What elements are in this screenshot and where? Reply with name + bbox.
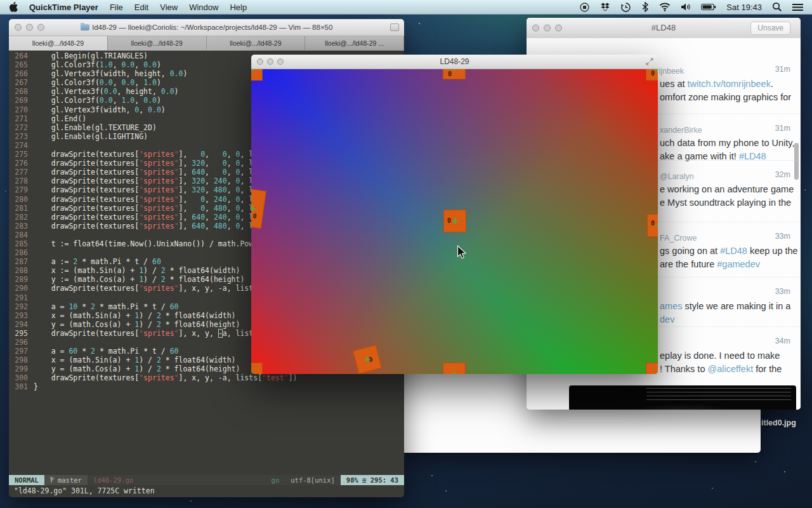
sprite-label: 0 (651, 220, 655, 227)
active-app-name[interactable]: QuickTime Player (29, 3, 98, 12)
line-number: 268 (14, 87, 28, 96)
sprite-label: 0 (252, 213, 257, 220)
bluetooth-icon[interactable] (641, 2, 649, 12)
line-number: 301 (14, 382, 28, 391)
time-machine-icon[interactable] (620, 2, 631, 13)
game-canvas[interactable]: 0000000000 (251, 69, 658, 374)
close-button[interactable] (257, 58, 263, 65)
terminal-tab[interactable]: lloeki@.../ld48-29 (108, 36, 207, 50)
terminal-tab[interactable]: lloeki@.../ld48-29 (207, 36, 306, 50)
close-button[interactable] (532, 25, 539, 32)
sprite-center-cross-icon (656, 223, 658, 229)
spotlight-icon[interactable] (772, 2, 782, 12)
line-number: 282 (14, 213, 28, 222)
apple-menu[interactable] (9, 2, 18, 12)
code-text: x = (math.Sin(a) + 1) / 2 * float64(widt… (34, 311, 236, 320)
tweet-text-segment: e working on an adventure game (660, 184, 794, 194)
tab-overview-icon[interactable] (390, 23, 399, 31)
twitter-window-controls (532, 25, 566, 32)
tweet-media-image[interactable] (569, 385, 796, 410)
close-button[interactable] (15, 24, 22, 31)
tweet-text: gs going on at #LD48 keep up the (660, 246, 798, 256)
line-number: 297 (14, 347, 28, 356)
media-smoke (626, 403, 740, 410)
terminal-tab[interactable]: lloeki@.../ld48-29 ... (305, 36, 404, 50)
menu-item-view[interactable]: View (160, 3, 178, 12)
code-text: gl.Vertex3f(0.0, height, 0.0) (34, 87, 179, 96)
menu-bar-status-area: Sat 19:43 (574, 2, 812, 13)
code-text: drawSprite(textures["sprites"], 0, 240, … (34, 195, 258, 204)
tweet-handle: xanderBirke (660, 126, 702, 135)
game-sprite: 0 (646, 363, 658, 374)
code-text: drawSprite(textures["sprites"], 0, 0, 0,… (34, 150, 258, 159)
dropbox-icon[interactable] (600, 2, 610, 12)
tweet-link[interactable]: #LD48 (720, 246, 747, 256)
battery-icon[interactable] (701, 3, 716, 11)
zoom-button[interactable] (37, 24, 44, 31)
vim-git-branch: master (44, 475, 88, 485)
terminal-titlebar[interactable]: ld48-29 — lloeki@Coriolis: ~/Workspace/p… (9, 19, 404, 36)
tweet-link[interactable]: @aliceffekt (708, 364, 754, 374)
desktop: itled0.jpg ld48-29 — lloeki@Coriolis: ~/… (0, 0, 812, 508)
vim-line: 301} (14, 382, 404, 391)
line-number: 277 (14, 168, 28, 177)
tweet-text-segment: keep up the (747, 246, 798, 256)
code-text: drawSprite(textures["sprites"], x, y, -a… (34, 329, 258, 338)
game-sprite: 0 (251, 188, 266, 229)
sprite-center-cross-icon (251, 69, 254, 72)
code-text: y = (math.Cos(a) + 1) / 2 * float64(heig… (34, 320, 240, 329)
twitter-titlebar[interactable]: #LD48 Unsave (527, 18, 801, 39)
menu-item-edit[interactable]: Edit (134, 3, 148, 12)
tweet-link[interactable]: ames (660, 301, 682, 311)
tweet-text-segment: omfort zone making graphics for (660, 92, 791, 102)
tweet-text-segment: ! Thanks to (660, 364, 708, 374)
tweet-author[interactable]: FA_Crowe (660, 232, 697, 243)
minimize-button[interactable] (544, 25, 551, 32)
scrollbar[interactable] (794, 143, 799, 180)
record-stop-icon[interactable] (579, 2, 590, 13)
tweet-link[interactable]: #gamedev (717, 259, 760, 269)
line-number: 272 (14, 123, 28, 132)
terminal-tabbar: lloeki@.../ld48-29lloeki@.../ld48-29lloe… (9, 36, 404, 51)
game-sprite: 0 (353, 345, 383, 374)
vim-statusline: NORMAL master ld48-29.go go utf-8[unix] … (9, 475, 404, 485)
menu-items: FileEditViewWindowHelp (110, 3, 258, 12)
menu-bar-clock[interactable]: Sat 19:43 (726, 3, 762, 12)
tweet-author[interactable]: xanderBirke (660, 124, 702, 135)
volume-icon[interactable] (681, 3, 691, 11)
tweet-link[interactable]: dev (660, 314, 674, 324)
minimize-button[interactable] (267, 58, 273, 65)
zoom-button[interactable] (555, 25, 562, 32)
code-text: gl.Enable(gl.TEXTURE_2D) (34, 123, 157, 132)
tweet-text-segment: e Myst soundtrack playing in the (660, 197, 791, 208)
notification-list-icon[interactable] (792, 3, 803, 11)
tweet-handle: FA_Crowe (660, 234, 697, 243)
media-caption-lines (646, 388, 791, 403)
vim-encoding: utf-8[unix] (285, 475, 341, 485)
vim-mode: NORMAL (9, 475, 44, 485)
code-text: gl.Vertex3f(width, height, 0.0) (34, 69, 187, 78)
line-number: 285 (14, 239, 28, 248)
menu-item-file[interactable]: File (110, 3, 123, 12)
tweet-text: uch data from my phone to Unity, (660, 138, 795, 148)
game-titlebar[interactable]: LD48-29 (251, 55, 658, 69)
tweet-author[interactable]: @Laralyn (660, 170, 694, 182)
wifi-icon[interactable] (659, 3, 671, 11)
unsave-button[interactable]: Unsave (750, 22, 790, 35)
tweet-link[interactable]: twitch.tv/tomrijnbeek (688, 79, 771, 89)
tweet-text: ! Thanks to @aliceffekt for the (660, 364, 782, 374)
line-number: 295 (14, 329, 28, 338)
code-text: gl.Color3f(1.0, 0.0, 0.0) (34, 60, 161, 69)
line-number: 291 (14, 293, 28, 302)
line-number: 269 (14, 96, 28, 105)
menu-item-window[interactable]: Window (189, 3, 218, 12)
line-number: 286 (14, 248, 28, 257)
terminal-tab[interactable]: lloeki@.../ld48-29 (9, 36, 108, 50)
zoom-button[interactable] (277, 58, 284, 65)
minimize-button[interactable] (26, 24, 33, 31)
line-number: 298 (14, 356, 28, 364)
fullscreen-icon[interactable] (646, 58, 653, 65)
desktop-icon-label[interactable]: itled0.jpg (761, 418, 796, 427)
menu-item-help[interactable]: Help (230, 3, 247, 12)
code-text: gl.End() (34, 114, 86, 123)
